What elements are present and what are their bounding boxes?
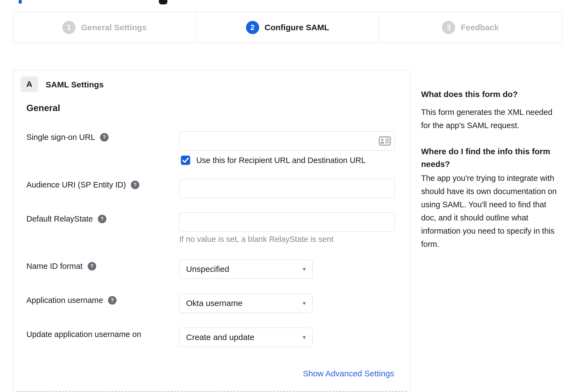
nameid-format-value: Unspecified [186, 264, 229, 274]
chevron-down-icon: ▾ [303, 300, 306, 307]
saml-settings-panel: A SAML Settings General Single sign-on U… [13, 70, 410, 392]
chevron-down-icon: ▾ [303, 334, 306, 341]
step-3-label: Feedback [461, 23, 499, 32]
step-general-settings[interactable]: 1 General Settings [13, 12, 196, 43]
section-title: SAML Settings [46, 80, 104, 89]
app-username-select[interactable]: Okta username ▾ [179, 294, 313, 313]
contact-card-icon [379, 136, 391, 146]
check-icon [182, 158, 189, 163]
section-a-badge: A [20, 76, 38, 92]
app-username-value: Okta username [186, 299, 242, 308]
help-icon[interactable]: ? [108, 296, 117, 305]
audience-uri-label: Audience URI (SP Entity ID) [26, 180, 126, 189]
relaystate-label: Default RelayState [26, 214, 93, 223]
sidebar-answer-1-line: for the app's SAML request. [421, 119, 552, 132]
update-username-label: Update application username on [26, 330, 141, 339]
wizard-stepper: 1 General Settings 2 Configure SAML 3 Fe… [13, 12, 562, 43]
app-username-label: Application username [26, 296, 103, 305]
sidebar-question-2-line: Where do I find the info this form [421, 145, 550, 158]
show-advanced-settings-link[interactable]: Show Advanced Settings [303, 369, 394, 378]
sso-url-input[interactable] [179, 131, 395, 151]
sidebar-question-1: What does this form do? [421, 90, 518, 99]
update-username-value: Create and update [186, 333, 255, 342]
sidebar-answer-2-line: information you need to specify in this [421, 224, 557, 238]
cutoff-dark-logo [159, 0, 167, 4]
help-icon[interactable]: ? [88, 262, 96, 270]
sso-url-label: Single sign-on URL [26, 133, 95, 142]
step-1-circle: 1 [62, 21, 76, 34]
sso-url-label-row: Single sign-on URL ? [26, 132, 109, 142]
sidebar-answer-2-line: using SAML. You'll need to find that [421, 198, 557, 211]
sidebar-answer-2-line: doc, and it should outline what [421, 211, 557, 224]
nameid-format-label-row: Name ID format ? [26, 261, 96, 271]
sidebar-answer-2-line: should have its own documentation on [421, 185, 557, 198]
update-username-select[interactable]: Create and update ▾ [179, 328, 313, 347]
help-icon[interactable]: ? [131, 181, 139, 189]
step-2-label: Configure SAML [265, 23, 329, 32]
relaystate-input[interactable] [179, 212, 395, 232]
help-icon[interactable]: ? [100, 133, 109, 142]
step-3-circle: 3 [442, 21, 455, 34]
sidebar-answer-1: This form generates the XML needed for t… [421, 106, 552, 132]
update-username-label-row: Update application username on [26, 329, 141, 339]
sidebar-question-2: Where do I find the info this form needs… [421, 145, 550, 170]
sidebar-answer-2-line: form. [421, 238, 557, 251]
cutoff-blue-element [19, 0, 22, 4]
relaystate-hint: If no value is set, a blank RelayState i… [179, 235, 333, 244]
step-2-circle: 2 [246, 21, 259, 34]
recipient-url-checkbox-row: Use this for Recipient URL and Destinati… [181, 156, 366, 165]
dashed-section-divider [16, 391, 407, 392]
recipient-url-checkbox[interactable] [181, 156, 190, 165]
nameid-format-label: Name ID format [26, 262, 83, 271]
chevron-down-icon: ▾ [303, 266, 306, 272]
audience-uri-input[interactable] [179, 179, 395, 198]
help-icon[interactable]: ? [98, 215, 106, 223]
nameid-format-select[interactable]: Unspecified ▾ [179, 260, 313, 279]
sidebar-answer-2: The app you're trying to integrate with … [421, 172, 557, 251]
sidebar-answer-2-line: The app you're trying to integrate with [421, 172, 557, 185]
step-feedback[interactable]: 3 Feedback [379, 12, 562, 43]
general-heading: General [26, 103, 60, 113]
app-username-label-row: Application username ? [26, 295, 117, 305]
recipient-url-checkbox-label: Use this for Recipient URL and Destinati… [196, 156, 366, 165]
sidebar-question-2-line: needs? [421, 158, 550, 170]
relaystate-label-row: Default RelayState ? [26, 214, 106, 224]
step-configure-saml[interactable]: 2 Configure SAML [196, 12, 379, 43]
sidebar-answer-1-line: This form generates the XML needed [421, 106, 552, 119]
audience-uri-label-row: Audience URI (SP Entity ID) ? [26, 180, 139, 190]
step-1-label: General Settings [81, 23, 146, 32]
